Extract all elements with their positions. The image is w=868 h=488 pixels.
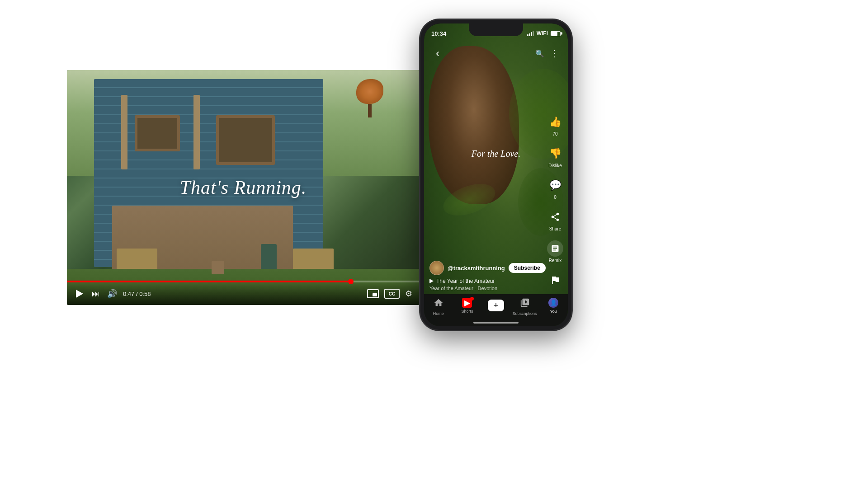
phone-overlay-text: For the Love. bbox=[472, 149, 520, 159]
phone-body: 10:34 WiFi bbox=[420, 19, 572, 331]
back-button[interactable] bbox=[430, 46, 445, 61]
home-icon bbox=[434, 298, 443, 310]
subscriptions-icon bbox=[520, 298, 530, 310]
nav-subscriptions[interactable]: Subscriptions bbox=[510, 298, 539, 316]
share-label: Share bbox=[549, 226, 561, 231]
like-count: 70 bbox=[552, 131, 557, 136]
autumn-tree bbox=[356, 79, 383, 115]
phone-top-bar: 🔍 ⋮ bbox=[424, 43, 568, 63]
channel-row: @tracksmithrunning Subscribe bbox=[429, 261, 546, 275]
play-icon bbox=[76, 290, 83, 298]
subscriptions-label: Subscriptions bbox=[513, 311, 537, 316]
flag-button[interactable] bbox=[547, 272, 563, 288]
porch-column-1 bbox=[121, 95, 127, 169]
channel-avatar[interactable] bbox=[429, 261, 444, 275]
shorts-icon: ▶ bbox=[462, 298, 472, 308]
phone-channel-info: @tracksmithrunning Subscribe The Year of… bbox=[429, 261, 546, 291]
remix-button[interactable]: Remix bbox=[547, 240, 563, 263]
bench-right bbox=[293, 249, 334, 271]
comment-count: 0 bbox=[554, 195, 557, 200]
nav-shorts[interactable]: ▶ Shorts bbox=[453, 298, 482, 314]
nav-home[interactable]: Home bbox=[424, 298, 453, 316]
play-small-icon bbox=[429, 279, 434, 283]
you-icon: 👤 bbox=[548, 298, 558, 308]
battery-icon bbox=[551, 31, 561, 36]
phone-screen: 10:34 WiFi bbox=[424, 23, 568, 326]
face-silhouette bbox=[429, 46, 519, 204]
phone-notch bbox=[469, 23, 523, 36]
share-button[interactable]: Share bbox=[547, 209, 563, 231]
phone-actions: 👍 70 👎 Dislike 💬 0 bbox=[547, 114, 563, 288]
window-1 bbox=[135, 115, 180, 151]
video-subtitle: Year of the Amateur - Devotion bbox=[429, 286, 546, 291]
share-icon bbox=[547, 209, 563, 225]
home-indicator bbox=[473, 322, 519, 324]
video-title-text: The Year of the Amateur bbox=[436, 278, 495, 284]
status-icons: WiFi bbox=[527, 30, 561, 37]
comment-icon: 💬 bbox=[547, 177, 563, 193]
bench-left bbox=[117, 249, 157, 271]
like-button[interactable]: 👍 70 bbox=[547, 114, 563, 136]
dislike-label: Dislike bbox=[548, 163, 561, 168]
back-icon bbox=[436, 47, 439, 60]
flag-icon bbox=[547, 272, 563, 288]
you-label: You bbox=[550, 309, 557, 314]
comment-button[interactable]: 💬 0 bbox=[547, 177, 563, 200]
nav-you[interactable]: 👤 You bbox=[539, 298, 568, 314]
more-button[interactable]: ⋮ bbox=[547, 46, 561, 61]
search-button[interactable]: 🔍 bbox=[533, 46, 547, 61]
title-text: That's Running. bbox=[180, 177, 307, 198]
settings-button[interactable]: ⚙ bbox=[405, 289, 412, 299]
home-label: Home bbox=[433, 311, 444, 316]
time-display: 0:47 / 0:58 bbox=[123, 291, 151, 297]
status-camera-icon bbox=[448, 31, 453, 36]
video-player: That's Running. ⏭ 🔊 0:47 / 0:58 CC ⚙ bbox=[67, 70, 420, 305]
wifi-icon: WiFi bbox=[537, 30, 548, 37]
sitting-figure bbox=[261, 244, 277, 271]
flower-pot bbox=[212, 261, 224, 274]
skip-button[interactable]: ⏭ bbox=[90, 288, 101, 299]
remix-icon bbox=[547, 240, 563, 257]
window-2 bbox=[216, 115, 275, 165]
remix-label: Remix bbox=[549, 258, 561, 263]
porch-column-2 bbox=[193, 95, 200, 169]
shorts-label: Shorts bbox=[461, 309, 473, 314]
video-scene: That's Running. bbox=[67, 70, 420, 305]
add-icon: + bbox=[488, 300, 504, 311]
channel-handle: @tracksmithrunning bbox=[448, 265, 505, 272]
like-icon: 👍 bbox=[547, 114, 563, 130]
nav-add[interactable]: + bbox=[481, 298, 510, 311]
overlay-text-content: For the Love. bbox=[472, 149, 520, 159]
volume-button[interactable]: 🔊 bbox=[107, 288, 118, 299]
dislike-button[interactable]: 👎 Dislike bbox=[547, 145, 563, 168]
video-title-row: The Year of the Amateur bbox=[429, 278, 546, 284]
miniplayer-button[interactable] bbox=[367, 289, 379, 298]
video-title-overlay: That's Running. bbox=[180, 177, 307, 198]
video-controls: ⏭ 🔊 0:47 / 0:58 CC ⚙ bbox=[67, 282, 420, 305]
phone-mockup: 10:34 WiFi bbox=[420, 19, 572, 331]
status-time: 10:34 bbox=[431, 30, 446, 37]
dislike-icon: 👎 bbox=[547, 145, 563, 162]
subscribe-button[interactable]: Subscribe bbox=[509, 263, 546, 273]
play-button[interactable] bbox=[74, 288, 85, 299]
cc-button[interactable]: CC bbox=[384, 289, 400, 299]
battery-fill bbox=[551, 32, 557, 36]
signal-icon bbox=[527, 31, 534, 36]
